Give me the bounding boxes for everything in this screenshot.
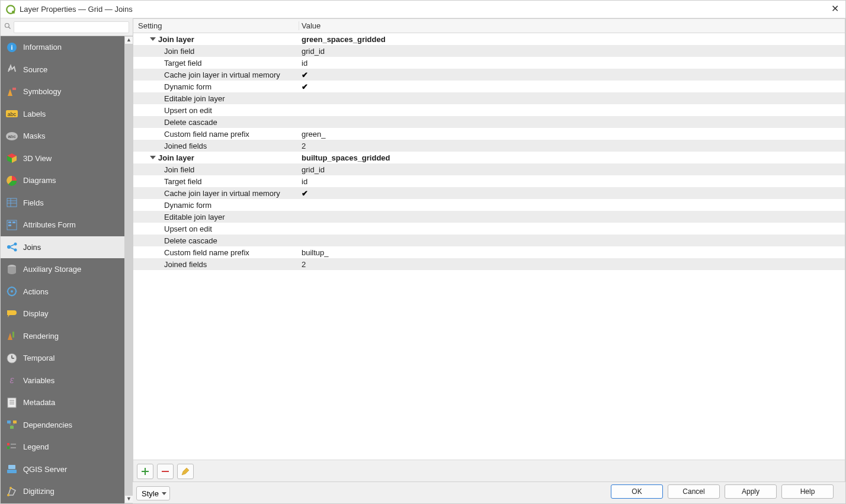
apply-button[interactable]: Apply: [725, 484, 777, 499]
tree-row[interactable]: Joined fields2: [133, 140, 845, 152]
tree-row-value: id: [299, 59, 845, 68]
tree-row[interactable]: Cache join layer in virtual memory✔: [133, 69, 845, 81]
chevron-down-icon[interactable]: [150, 37, 156, 41]
tree-row[interactable]: Custom field name prefixgreen_: [133, 128, 845, 140]
svg-point-21: [14, 243, 17, 246]
tree-row[interactable]: Target fieldid: [133, 175, 845, 187]
join-row-key: Join field: [164, 165, 194, 174]
chevron-down-icon[interactable]: [150, 156, 156, 159]
tree-row-value: id: [299, 177, 845, 186]
sidebar-item-label: Rendering: [23, 332, 59, 341]
sidebar-item-joins[interactable]: Joins: [1, 236, 124, 259]
join-row-key: Delete cascade: [164, 118, 217, 127]
ok-button[interactable]: OK: [611, 484, 663, 499]
svg-text:abc: abc: [8, 134, 16, 139]
tree-row-value: ✔: [299, 82, 845, 91]
search-input[interactable]: [14, 21, 129, 33]
sidebar-item-labels[interactable]: abcLabels: [1, 103, 124, 126]
sidebar-item-temporal[interactable]: Temporal: [1, 347, 124, 370]
sidebar-item-symbology[interactable]: Symbology: [1, 81, 124, 103]
sidebar-item-information[interactable]: iInformation: [1, 36, 124, 59]
join-row-value: grid_id: [302, 165, 325, 174]
tree-row-value: grid_id: [299, 165, 845, 174]
attributes-form-icon: [4, 218, 20, 232]
sidebar-item-auxiliary-storage[interactable]: Auxiliary Storage: [1, 258, 124, 281]
svg-rect-18: [8, 224, 11, 226]
tree-row[interactable]: Join fieldgrid_id: [133, 45, 845, 57]
sidebar-item-masks[interactable]: abcMasks: [1, 125, 124, 147]
tree-row[interactable]: Editable join layer: [133, 211, 845, 223]
svg-rect-37: [7, 420, 11, 423]
sidebar-item-digitizing[interactable]: Digitizing: [1, 480, 124, 503]
close-icon[interactable]: ✕: [829, 3, 841, 15]
tree-row[interactable]: Upsert on edit: [133, 223, 845, 235]
sidebar-item-qgis-server[interactable]: QGIS Server: [1, 458, 124, 481]
join-row-key: Cache join layer in virtual memory: [164, 189, 280, 198]
sidebar-item-metadata[interactable]: Metadata: [1, 391, 124, 414]
join-layer-value: builtup_spaces_gridded: [302, 153, 390, 162]
sidebar-item-diagrams[interactable]: Diagrams: [1, 169, 124, 192]
svg-point-20: [7, 245, 11, 249]
tree-body[interactable]: Join layergreen_spaces_griddedJoin field…: [133, 33, 845, 460]
tree-row[interactable]: Target fieldid: [133, 57, 845, 69]
masks-icon: abc: [4, 129, 20, 143]
tree-row-value: green_spaces_gridded: [299, 35, 845, 44]
metadata-icon: [4, 396, 20, 410]
sidebar-item-display[interactable]: Display: [1, 303, 124, 325]
tree-row[interactable]: Dynamic form✔: [133, 81, 845, 92]
style-menu-button[interactable]: Style: [136, 486, 170, 500]
sidebar-item-fields[interactable]: Fields: [1, 192, 124, 214]
tree-row[interactable]: Dynamic form: [133, 199, 845, 211]
svg-rect-1: [12, 11, 15, 14]
dependencies-icon: [4, 418, 20, 432]
scroll-up-icon[interactable]: ▲: [125, 36, 133, 44]
tree-row[interactable]: Custom field name prefixbuiltup_: [133, 246, 845, 258]
svg-rect-52: [162, 471, 169, 472]
qgis-icon: [5, 4, 16, 15]
sidebar-item-actions[interactable]: Actions: [1, 281, 124, 303]
join-row-key: Custom field name prefix: [164, 248, 249, 257]
join-row-value: builtup_: [302, 248, 329, 257]
tree-row[interactable]: Delete cascade: [133, 116, 845, 128]
cancel-button[interactable]: Cancel: [668, 484, 720, 499]
sidebar-item-label: Dependencies: [23, 420, 72, 429]
tree-row[interactable]: Cache join layer in virtual memory✔: [133, 187, 845, 199]
tree-row-value: green_: [299, 130, 845, 139]
tree-row[interactable]: Joined fields2: [133, 258, 845, 270]
tree-row[interactable]: Join layerbuiltup_spaces_gridded: [133, 152, 845, 163]
tree-row[interactable]: Editable join layer: [133, 92, 845, 104]
sidebar-item-rendering[interactable]: Rendering: [1, 325, 124, 348]
join-row-key: Editable join layer: [164, 213, 225, 221]
tree-row[interactable]: Delete cascade: [133, 235, 845, 246]
sidebar-scrollbar[interactable]: ▲ ▼: [124, 36, 133, 503]
remove-join-button[interactable]: [157, 464, 174, 479]
scroll-thumb[interactable]: [125, 44, 133, 495]
scroll-down-icon[interactable]: ▼: [125, 495, 133, 503]
column-value[interactable]: Value: [299, 21, 845, 30]
sidebar-item-dependencies[interactable]: Dependencies: [1, 414, 124, 436]
help-button[interactable]: Help: [781, 484, 834, 499]
sidebar-item-source[interactable]: Source: [1, 59, 124, 81]
sidebar-item-legend[interactable]: Legend: [1, 436, 124, 458]
sidebar-item-label: Source: [23, 65, 47, 74]
fields-icon: [4, 195, 20, 210]
sidebar-item-label: Actions: [23, 287, 49, 296]
tree-row[interactable]: Join layergreen_spaces_gridded: [133, 33, 845, 45]
tree-row[interactable]: Upsert on edit: [133, 104, 845, 116]
column-setting[interactable]: Setting: [133, 21, 299, 30]
tree-row-setting: Dynamic form: [133, 82, 299, 91]
svg-rect-38: [13, 420, 17, 423]
tree-toolbar: [133, 460, 845, 481]
tree-row-setting: Join field: [133, 165, 299, 174]
style-menu-label: Style: [142, 489, 159, 498]
edit-join-button[interactable]: [177, 464, 194, 479]
sidebar-item-3d-view[interactable]: 3D View: [1, 147, 124, 170]
sidebar-item-variables[interactable]: εVariables: [1, 370, 124, 392]
tree-row-value: 2: [299, 142, 845, 150]
auxiliary-storage-icon: [4, 262, 20, 277]
tree-row-value: builtup_spaces_gridded: [299, 153, 845, 162]
add-join-button[interactable]: [137, 464, 153, 479]
join-header-label: Join layer: [158, 35, 194, 44]
sidebar-item-attributes-form[interactable]: Attributes Form: [1, 214, 124, 236]
tree-row[interactable]: Join fieldgrid_id: [133, 163, 845, 175]
